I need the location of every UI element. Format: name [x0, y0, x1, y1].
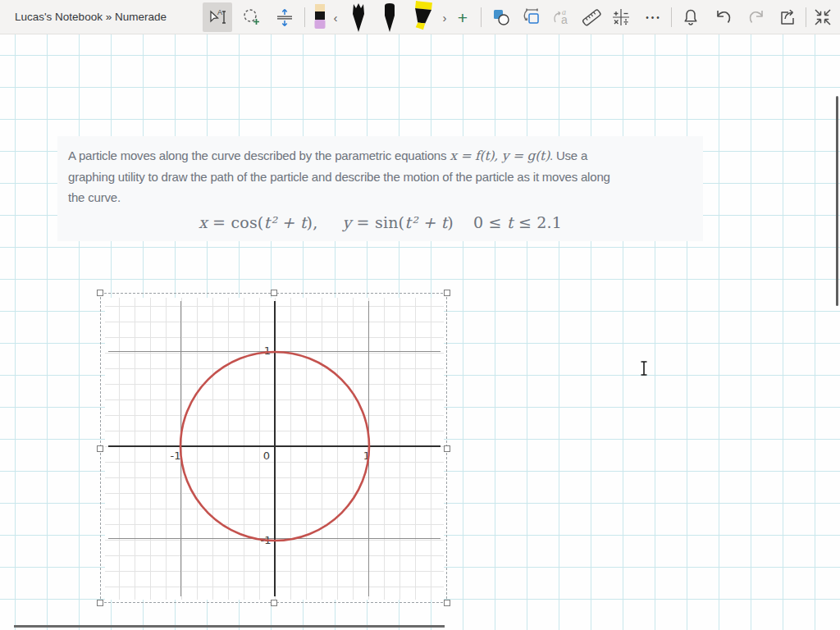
- toolbar-separator: [806, 7, 806, 27]
- shapes-icon: [491, 7, 512, 28]
- graph-image[interactable]: 1 -1 0 1 -1: [105, 298, 444, 600]
- more-options-button[interactable]: •••: [639, 2, 669, 32]
- svg-text:A: A: [217, 8, 222, 16]
- notebook-title[interactable]: Lucas's Notebook » Numerade: [15, 0, 167, 34]
- chevron-left-icon: ‹: [334, 11, 338, 25]
- undo-button[interactable]: [707, 2, 740, 32]
- graph-selection[interactable]: 1 -1 0 1 -1: [100, 293, 447, 603]
- selection-handle-se[interactable]: [444, 600, 450, 606]
- equation: x = cos(t² + t),y = sin(t² + t)0 ≤ t ≤ 2…: [68, 213, 692, 231]
- select-tool-icon: A: [207, 7, 228, 27]
- lasso-select-icon: [241, 7, 262, 27]
- note-canvas[interactable]: A particle moves along the curve describ…: [0, 34, 840, 630]
- math-icon: [609, 6, 632, 29]
- collapse-button[interactable]: [809, 2, 837, 32]
- partial-object-below[interactable]: [14, 625, 445, 628]
- ink-replay-icon: [520, 7, 543, 28]
- toolbar-separator: [481, 7, 482, 27]
- selection-handle-n[interactable]: [271, 290, 277, 296]
- insert-space-button[interactable]: [269, 2, 300, 32]
- pens-scroll-right-button[interactable]: ›: [438, 2, 451, 32]
- collapse-icon: [812, 7, 833, 28]
- redo-button[interactable]: [740, 2, 773, 32]
- plus-icon: +: [458, 9, 468, 26]
- notifications-button[interactable]: [676, 2, 705, 32]
- pens-scroll-left-button[interactable]: ‹: [329, 2, 342, 32]
- pencil-tool-button[interactable]: [343, 2, 374, 32]
- svg-text:a: a: [561, 13, 568, 26]
- problem-line-2: graphing utility to draw the path of the…: [68, 167, 692, 187]
- vertical-scrollbar-thumb[interactable]: [836, 96, 838, 306]
- inline-math: x = f(t), y = g(t): [450, 148, 550, 163]
- redo-icon: [745, 7, 768, 28]
- ink-to-text-button[interactable]: a a: [547, 2, 577, 32]
- ink-replay-button[interactable]: [516, 2, 547, 32]
- ink-to-text-icon: a a: [550, 7, 573, 28]
- ruler-button[interactable]: [577, 2, 606, 32]
- highlighter-icon: [409, 1, 436, 34]
- selection-handle-s[interactable]: [271, 600, 277, 606]
- lasso-select-button[interactable]: [236, 2, 267, 32]
- selection-handle-sw[interactable]: [97, 600, 103, 606]
- bell-icon: [680, 7, 701, 28]
- toolbar-separator: [304, 7, 305, 27]
- toolbar: Lucas's Notebook » Numerade A: [0, 0, 840, 34]
- eraser-icon: [311, 4, 329, 30]
- ruler-icon: [580, 7, 603, 28]
- ellipsis-icon: •••: [646, 13, 662, 22]
- selection-handle-nw[interactable]: [97, 290, 103, 296]
- share-button[interactable]: [773, 2, 804, 32]
- selection-handle-ne[interactable]: [444, 290, 450, 296]
- problem-text-block[interactable]: A particle moves along the curve describ…: [57, 136, 703, 241]
- toolbar-separator: [671, 7, 672, 27]
- app-window: Lucas's Notebook » Numerade A: [0, 0, 840, 630]
- selection-handle-e[interactable]: [444, 445, 450, 452]
- eraser-button[interactable]: [309, 2, 331, 32]
- parametric-curve: [105, 298, 444, 600]
- problem-line-1: A particle moves along the curve describ…: [68, 145, 692, 167]
- selection-handle-w[interactable]: [97, 445, 103, 452]
- pen-icon: [377, 1, 402, 34]
- pen-tool-button[interactable]: [374, 2, 405, 32]
- math-button[interactable]: [606, 2, 636, 32]
- pencil-icon: [346, 1, 371, 34]
- insert-space-icon: [274, 7, 295, 28]
- select-tool-button[interactable]: A: [203, 2, 232, 32]
- ibeam-cursor: [638, 360, 650, 380]
- shapes-button[interactable]: [486, 2, 516, 32]
- share-icon: [777, 7, 800, 28]
- undo-icon: [712, 7, 735, 28]
- chevron-right-icon: ›: [443, 11, 447, 25]
- add-pen-button[interactable]: +: [451, 2, 474, 32]
- highlighter-tool-button[interactable]: [405, 2, 440, 32]
- problem-line-3: the curve.: [68, 187, 692, 208]
